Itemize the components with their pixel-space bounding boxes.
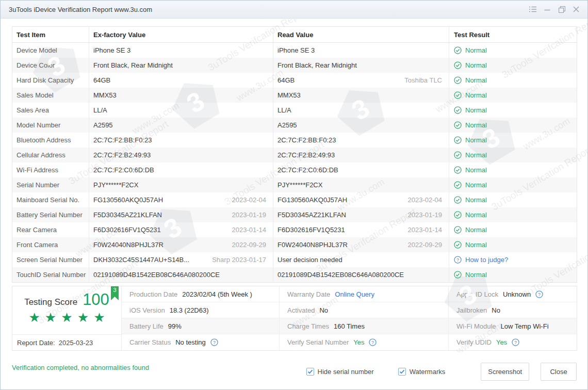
value-text: F0W24040N8PHJL37R [93,241,164,249]
svg-text:?: ? [514,340,517,345]
read-value: MMX53 [273,88,449,103]
value-text: PJY******F2CX [277,181,322,189]
hide-serial-checkbox[interactable]: Hide serial number [306,368,374,376]
value-text: F5D30345AZ21KLFAN [277,211,346,219]
check-circle-icon [454,106,462,114]
svg-text:?: ? [456,257,459,263]
table-header: Read Value [273,27,449,42]
close-button[interactable]: Close [541,363,577,381]
read-value: User decision needed [273,252,449,267]
read-value: F5D30345AZ21KLFAN2023-01-19 [273,207,449,222]
window-title: 3uTools iDevice Verification Report www.… [1,6,152,13]
summary-value: 160 Times [334,322,365,330]
read-value: Front Black, Rear Midnight [273,58,449,73]
value-text: FG130560AKQ0J57AH [277,196,347,204]
summary-label: Battery Life [129,322,164,330]
summary-cell: Verify UDIDYes? [449,334,577,350]
table-row: Device ModeliPhone SE 3iPhone SE 3Normal [12,43,577,58]
question-circle-icon[interactable]: ? [210,338,218,346]
read-value: 64GBToshiba TLC [273,73,449,88]
test-result-cell: Normal [449,177,577,192]
read-value: iPhone SE 3 [273,43,449,58]
test-result-cell: Normal [449,267,577,282]
summary-value: No [492,306,500,314]
summary-value: Yes [353,338,364,346]
footer-checkboxes: Hide serial numberWatermarks [306,368,470,376]
testing-score-label: Testing Score [24,297,77,307]
value-note: 2023-01-14 [404,226,443,234]
summary-cell: Charge Times160 Times [280,318,449,334]
value-note: 2023-02-04 [404,196,443,204]
check-circle-icon [454,271,462,279]
star-icon: ★ [77,311,89,324]
value-text: MMX53 [277,91,301,99]
read-value: 2C:7C:F2:BB:F0:23 [273,133,449,148]
test-result-cell: Normal [449,163,577,177]
close-icon[interactable] [569,1,583,18]
value-text: A2595 [93,121,113,129]
check-circle-icon [454,181,462,189]
table-row: Rear CameraF6D302616FV1Q52312023-01-14F6… [12,222,577,237]
value-note: Sharp 2023-01-17 [208,256,266,264]
result-label: Normal [465,76,487,84]
test-item-label: Battery Serial Number [12,207,89,222]
value-text: LL/A [93,106,107,114]
check-circle-icon [454,46,462,54]
result-label: Normal [465,181,487,189]
summary-label: Verify Serial Number [287,338,349,346]
result-label: Normal [465,241,487,249]
test-item-label: Sales Model [12,88,89,103]
question-circle-icon[interactable]: ? [512,338,519,346]
test-result-cell: Normal [449,148,577,163]
test-result-cell: Normal [449,222,577,237]
summary-cell: Battery Life99% [122,318,280,334]
test-result-cell: Normal [449,118,577,133]
value-text: 2C:7C:F2:BB:F0:23 [277,136,336,144]
star-rating: ★★★★★ [12,311,121,324]
minimize-icon[interactable] [540,1,554,18]
value-text: DKH3032C45S1447AU+S14B... [93,256,189,264]
value-text: 2C:7C:F2:BB:F0:23 [93,136,152,144]
question-circle-icon[interactable]: ? [454,256,462,264]
summary-cell: Warranty DateOnline Query [280,286,449,302]
summary-cell: Production Date2023/02/04 (5th Week ) [122,286,280,302]
read-value: A2595 [273,118,449,133]
ex-factory-value: A2595 [89,118,273,133]
summary-label: Jailbroken [456,306,487,314]
restore-icon[interactable] [554,1,569,18]
summary-label: Wi-Fi Module [456,322,496,330]
test-result-cell: Normal [449,103,577,118]
checkbox-label: Hide serial number [318,368,374,376]
ex-factory-value: LL/A [89,103,273,118]
screenshot-button[interactable]: Screenshot [481,363,529,381]
value-note: 2022-09-29 [404,241,443,249]
table-row: Screen Serial NumberDKH3032C45S1447AU+S1… [12,252,577,267]
value-text: F6D302616FV1Q5231 [277,226,345,234]
table-body: Device ModeliPhone SE 3iPhone SE 3Normal… [12,43,577,282]
test-item-label: Bluetooth Address [12,133,89,148]
watermarks-checkbox[interactable]: Watermarks [398,368,446,376]
test-item-label: Device Model [12,43,89,58]
table-header: Test Item [12,27,89,42]
how-to-judge-link[interactable]: How to judge? [465,256,508,264]
star-icon: ★ [61,311,72,324]
question-circle-icon[interactable]: ? [369,338,377,346]
ex-factory-value: 2C:7C:F2:BB:F0:23 [89,133,273,148]
report-date-value: 2025-03-23 [59,339,93,347]
question-circle-icon[interactable]: ? [535,290,543,298]
table-row: Model NumberA2595A2595Normal [12,118,577,133]
online-query-link[interactable]: Online Query [335,290,374,298]
value-text: 2C:7C:F2:C0:6D:DB [93,166,154,174]
value-text: 2C:7C:F2:B2:49:93 [277,151,335,159]
summary-label: Apple ID Lock [456,290,498,298]
test-item-label: Cellular Address [12,148,89,163]
test-item-label: Device Color [12,58,89,73]
table-row: Hard Disk Capacity64GB64GBToshiba TLCNor… [12,73,577,88]
test-result-cell: Normal [449,237,577,252]
testing-score-value: 100 [83,291,109,307]
test-item-label: Model Number [12,118,89,133]
read-value: 2C:7C:F2:B2:49:93 [273,148,449,163]
verification-status-text: Verification completed, no abnormalities… [12,364,149,371]
menu-icon[interactable] [526,1,540,18]
summary-cell: iOS Version18.3 (22D63) [122,302,280,318]
